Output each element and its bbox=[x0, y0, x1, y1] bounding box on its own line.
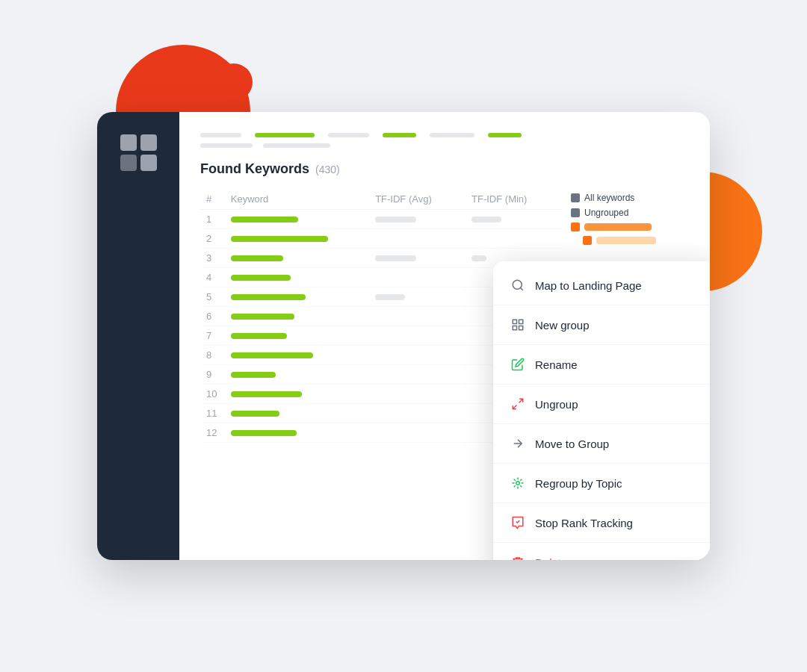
group1-bar bbox=[584, 223, 652, 231]
ctx-label-new-group: New group bbox=[535, 319, 590, 332]
row-num: 6 bbox=[200, 307, 225, 326]
row-avg bbox=[369, 307, 466, 326]
panel-group-1[interactable] bbox=[571, 223, 689, 231]
top-nav bbox=[200, 133, 689, 137]
group2-bar bbox=[596, 237, 656, 244]
ctx-item-map-to-landing[interactable]: Map to Landing Page bbox=[493, 267, 710, 303]
svg-line-6 bbox=[513, 405, 516, 409]
logo-sq-2 bbox=[140, 134, 157, 151]
ctx-label-ungroup: Ungroup bbox=[535, 398, 578, 411]
section-title: Found Keywords bbox=[200, 161, 309, 177]
row-avg bbox=[369, 229, 466, 249]
ungrouped-label: Ungrouped bbox=[584, 208, 628, 218]
svg-rect-1 bbox=[513, 320, 516, 323]
table-row[interactable]: 1 bbox=[200, 210, 562, 229]
ctx-label-stop-rank-tracking: Stop Rank Tracking bbox=[535, 517, 633, 529]
nav-tab-6[interactable] bbox=[488, 133, 522, 137]
row-avg bbox=[369, 249, 466, 268]
row-num: 8 bbox=[200, 346, 225, 365]
ctx-divider-3 bbox=[493, 423, 710, 424]
ctx-divider-0 bbox=[493, 305, 710, 305]
context-menu: Map to Landing PageNew groupRenameUngrou… bbox=[493, 261, 710, 560]
svg-point-7 bbox=[516, 482, 520, 485]
svg-rect-3 bbox=[513, 326, 516, 330]
row-keyword bbox=[225, 385, 369, 404]
col-header-min: TF-IDF (Min) bbox=[466, 189, 562, 210]
logo-sq-4 bbox=[140, 155, 157, 171]
col-header-keyword: Keyword bbox=[225, 189, 369, 210]
nav-tab-3[interactable] bbox=[328, 133, 369, 137]
section-count: (430) bbox=[315, 164, 340, 175]
row-keyword bbox=[225, 404, 369, 423]
row-keyword bbox=[225, 346, 369, 365]
row-keyword bbox=[225, 423, 369, 443]
sub-nav-2 bbox=[263, 143, 330, 148]
panel-ungrouped[interactable]: Ungrouped bbox=[571, 208, 689, 218]
svg-rect-4 bbox=[519, 326, 523, 330]
main-card: Found Keywords (430) # Keyword TF-IDF (A… bbox=[97, 112, 710, 560]
col-header-avg: TF-IDF (Avg) bbox=[369, 189, 466, 210]
ctx-divider-6 bbox=[493, 542, 710, 543]
sub-nav-1 bbox=[200, 143, 253, 148]
nav-tab-4[interactable] bbox=[383, 133, 416, 137]
row-avg bbox=[369, 385, 466, 404]
ctx-divider-4 bbox=[493, 463, 710, 464]
row-avg bbox=[369, 268, 466, 287]
row-keyword bbox=[225, 268, 369, 287]
ctx-icon-rename bbox=[510, 356, 526, 373]
row-num: 12 bbox=[200, 423, 225, 443]
panel-group-2[interactable] bbox=[571, 236, 689, 245]
row-avg bbox=[369, 365, 466, 385]
row-num: 4 bbox=[200, 268, 225, 287]
nav-tab-2[interactable] bbox=[255, 133, 315, 137]
group2-icon bbox=[583, 236, 592, 245]
content-area: Found Keywords (430) # Keyword TF-IDF (A… bbox=[179, 112, 710, 560]
svg-line-5 bbox=[519, 399, 523, 402]
ctx-icon-new-group bbox=[510, 317, 526, 333]
row-avg bbox=[369, 423, 466, 443]
logo-sq-1 bbox=[120, 134, 137, 151]
ctx-divider-5 bbox=[493, 503, 710, 503]
ctx-icon-delete bbox=[510, 554, 526, 560]
ctx-item-regroup-by-topic[interactable]: Regroup by Topic bbox=[493, 465, 710, 501]
svg-point-0 bbox=[513, 280, 522, 289]
row-num: 7 bbox=[200, 326, 225, 346]
row-num: 10 bbox=[200, 385, 225, 404]
sidebar bbox=[97, 112, 179, 560]
col-header-num: # bbox=[200, 189, 225, 210]
nav-tab-1[interactable] bbox=[200, 133, 241, 137]
ctx-item-new-group[interactable]: New group bbox=[493, 307, 710, 343]
section-header: Found Keywords (430) bbox=[200, 161, 562, 177]
ctx-icon-regroup-by-topic bbox=[510, 475, 526, 491]
row-avg bbox=[369, 404, 466, 423]
ctx-item-ungroup[interactable]: Ungroup bbox=[493, 386, 710, 422]
row-num: 9 bbox=[200, 365, 225, 385]
ctx-item-rename[interactable]: Rename bbox=[493, 346, 710, 382]
row-num: 1 bbox=[200, 210, 225, 229]
nav-tab-5[interactable] bbox=[430, 133, 474, 137]
ctx-item-move-to-group[interactable]: Move to Group bbox=[493, 426, 710, 461]
ctx-icon-ungroup bbox=[510, 396, 526, 412]
row-num: 2 bbox=[200, 229, 225, 249]
row-keyword bbox=[225, 365, 369, 385]
row-keyword bbox=[225, 229, 369, 249]
logo-sq-3 bbox=[120, 155, 137, 171]
row-num: 5 bbox=[200, 287, 225, 307]
ctx-item-delete[interactable]: Delete bbox=[493, 544, 710, 560]
ctx-divider-1 bbox=[493, 344, 710, 345]
row-min bbox=[466, 229, 562, 249]
row-keyword bbox=[225, 249, 369, 268]
row-avg bbox=[369, 287, 466, 307]
row-keyword bbox=[225, 210, 369, 229]
ctx-label-move-to-group: Move to Group bbox=[535, 438, 609, 450]
row-avg bbox=[369, 210, 466, 229]
ctx-icon-stop-rank-tracking bbox=[510, 514, 526, 531]
row-num: 11 bbox=[200, 404, 225, 423]
row-keyword bbox=[225, 326, 369, 346]
table-row[interactable]: 2 bbox=[200, 229, 562, 249]
group1-icon bbox=[571, 223, 580, 231]
panel-all-keywords[interactable]: All keywords bbox=[571, 193, 689, 203]
ctx-item-stop-rank-tracking[interactable]: Stop Rank Tracking bbox=[493, 505, 710, 541]
row-min bbox=[466, 210, 562, 229]
app-logo bbox=[120, 134, 157, 171]
